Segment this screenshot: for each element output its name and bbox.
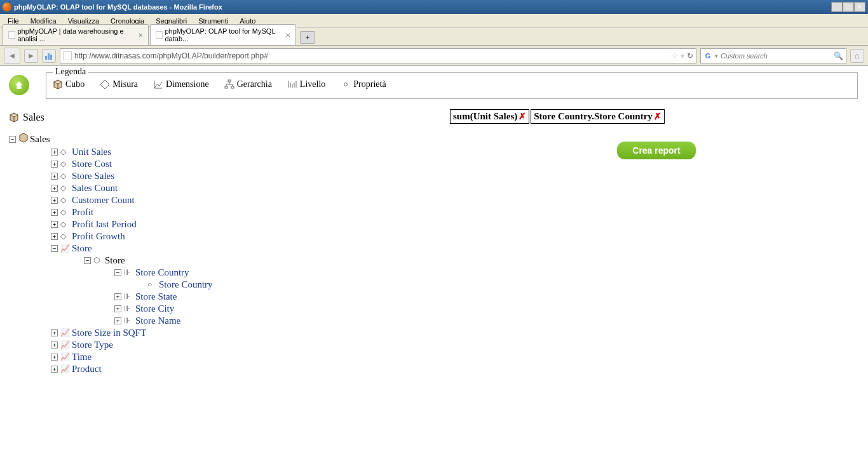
tree-toggle[interactable]: + — [51, 342, 58, 348]
measure-icon: ◇ — [60, 208, 69, 217]
tree-dimension[interactable]: +📈Time — [5, 351, 437, 363]
history-button[interactable] — [42, 49, 56, 63]
tab-close-icon[interactable]: ✕ — [138, 32, 143, 39]
measure-icon: ◇ — [60, 183, 69, 193]
tree-toggle[interactable]: + — [51, 221, 58, 228]
search-input[interactable] — [721, 52, 831, 60]
selected-items: sum(Unit Sales) ✗ Store Country.Store Co… — [450, 109, 863, 124]
tree-toggle[interactable]: + — [51, 329, 58, 336]
tree-toggle[interactable]: + — [114, 317, 121, 324]
chip-measure: sum(Unit Sales) ✗ — [450, 109, 529, 124]
tree-toggle[interactable]: + — [51, 366, 58, 373]
tree-measure[interactable]: +◇Store Sales — [5, 170, 437, 182]
create-report-button[interactable]: Crea report — [617, 142, 695, 159]
chip-remove-icon[interactable]: ✗ — [654, 111, 661, 122]
tree-toggle[interactable]: + — [51, 354, 58, 361]
tab-favicon — [156, 31, 163, 39]
tree-hierarchy-store[interactable]: −⬡Store — [5, 255, 437, 267]
chip-remove-icon[interactable]: ✗ — [519, 111, 526, 122]
tree-dimension-store[interactable]: −📈Store — [5, 242, 437, 255]
tree: − Sales +◇Unit Sales +◇Store Cost +◇Stor… — [5, 132, 437, 375]
tree-toggle[interactable]: + — [114, 305, 121, 312]
dimension-icon: 📈 — [60, 244, 69, 253]
svg-rect-3 — [228, 80, 231, 82]
home-button[interactable]: ⌂ — [850, 49, 864, 63]
app-home-icon[interactable] — [9, 75, 29, 95]
firefox-icon — [3, 3, 11, 11]
tree-level[interactable]: +⊪Store Name — [5, 315, 437, 327]
tree-toggle[interactable]: + — [51, 197, 58, 204]
tree-level[interactable]: +⊪Store State — [5, 291, 437, 303]
svg-rect-1 — [48, 53, 50, 60]
tree-root[interactable]: − Sales — [5, 132, 437, 146]
measure-icon: ◇ — [60, 159, 69, 169]
google-icon: G — [703, 51, 712, 60]
back-button[interactable]: ◄ — [4, 48, 20, 64]
tab-close-icon[interactable]: ✕ — [285, 32, 290, 39]
tree-measure[interactable]: +◇Customer Count — [5, 194, 437, 206]
tree-property[interactable]: ○Store Country — [5, 279, 437, 291]
tree-level[interactable]: −⊪Store Country — [5, 267, 437, 279]
url-input[interactable] — [74, 51, 668, 60]
dimension-icon: 📈 — [60, 340, 69, 350]
legend-title: Legenda — [53, 67, 88, 77]
property-icon: ○ — [147, 280, 156, 289]
minimize-button[interactable]: _ — [831, 2, 843, 12]
forward-button[interactable]: ► — [24, 49, 38, 63]
tabbar: phpMyOLAP | data warehousing e analisi .… — [0, 28, 868, 46]
maximize-button[interactable]: □ — [843, 2, 854, 12]
tree-measure[interactable]: +◇Profit last Period — [5, 218, 437, 230]
tab-label: phpMyOLAP: OLAP tool for MySQL datab... — [165, 27, 281, 43]
legend-item-gerarchia: Gerarchia — [224, 79, 272, 90]
tree-dimension[interactable]: +📈Product — [5, 363, 437, 375]
tree-toggle[interactable]: + — [114, 293, 121, 300]
tree-toggle[interactable]: + — [51, 185, 58, 192]
tree-level[interactable]: +⊪Store City — [5, 303, 437, 315]
tree-toggle[interactable]: − — [114, 269, 121, 276]
tree-dimension[interactable]: +📈Store Size in SQFT — [5, 327, 437, 339]
level-icon — [287, 79, 297, 90]
cube-header: Sales — [9, 112, 437, 123]
tree-toggle[interactable]: + — [51, 173, 58, 180]
toolbar: ◄ ► ☆ ▾ ↻ G ▾ 🔍 ⌂ — [0, 46, 868, 66]
window-titlebar: phpMyOLAP: OLAP tool for MySQL databases… — [0, 0, 868, 14]
dropdown-icon[interactable]: ▾ — [715, 53, 718, 59]
tree-toggle[interactable]: − — [84, 257, 91, 264]
search-icon[interactable]: 🔍 — [834, 51, 843, 60]
tree-toggle[interactable]: − — [9, 136, 16, 143]
level-icon: ⊪ — [124, 268, 133, 277]
tree-toggle[interactable]: + — [51, 149, 58, 156]
tree-toggle[interactable]: + — [51, 161, 58, 168]
tree-measure[interactable]: +◇Profit Growth — [5, 230, 437, 242]
tab-background[interactable]: phpMyOLAP | data warehousing e analisi .… — [3, 24, 149, 45]
tree-dimension[interactable]: +📈Store Type — [5, 339, 437, 351]
cube-icon — [9, 112, 19, 123]
new-tab-button[interactable]: + — [300, 31, 315, 44]
tab-active[interactable]: phpMyOLAP: OLAP tool for MySQL datab... … — [150, 24, 296, 45]
chip-label: sum(Unit Sales) — [453, 111, 517, 122]
tree-measure[interactable]: +◇Profit — [5, 206, 437, 218]
tree-measure[interactable]: +◇Sales Count — [5, 182, 437, 194]
tree-toggle[interactable]: + — [51, 209, 58, 216]
page-content: Legenda Cubo Misura — [0, 66, 868, 471]
reload-button[interactable]: ↻ — [687, 51, 693, 60]
tree-toggle[interactable]: + — [51, 233, 58, 240]
tree-measure[interactable]: +◇Store Cost — [5, 158, 437, 170]
search-box[interactable]: G ▾ 🔍 — [700, 48, 846, 63]
dropdown-icon[interactable]: ▾ — [681, 51, 684, 60]
close-button[interactable]: ✕ — [854, 2, 865, 12]
measure-icon — [100, 79, 110, 90]
measure-icon: ◇ — [60, 232, 69, 241]
cube-icon — [53, 79, 63, 90]
chart-icon — [44, 51, 54, 61]
tree-measure[interactable]: +◇Unit Sales — [5, 146, 437, 158]
level-icon: ⊪ — [124, 292, 133, 302]
dimension-icon: 📈 — [60, 352, 69, 362]
tree-toggle[interactable]: − — [51, 245, 58, 252]
legend-item-misura: Misura — [100, 79, 138, 90]
dimension-icon: 📈 — [60, 364, 69, 374]
url-box[interactable]: ☆ ▾ ↻ — [60, 48, 696, 63]
bookmark-star-icon[interactable]: ☆ — [671, 51, 678, 60]
hierarchy-icon: ⬡ — [93, 256, 102, 265]
measure-icon: ◇ — [60, 196, 69, 205]
